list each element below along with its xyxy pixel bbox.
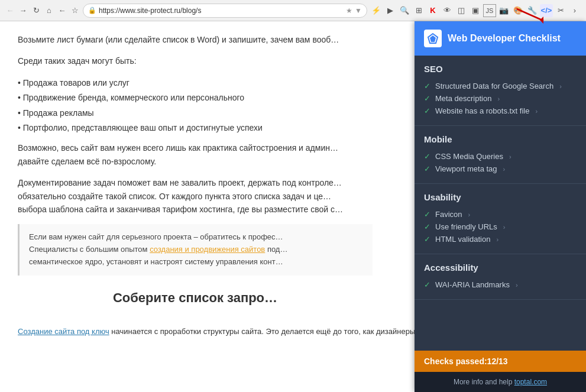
arrow-icon-robots: › [535, 108, 538, 115]
checks-passed: Checks passed:12/13 [424, 357, 508, 366]
arrow-icon-structured-data: › [559, 83, 562, 90]
check-icon-wai: ✓ [424, 280, 430, 289]
footer-info-text: More info and help [454, 378, 514, 386]
star-icon: ★ [346, 7, 352, 15]
panel-logo [424, 30, 442, 47]
svg-marker-3 [430, 35, 436, 42]
arrow-icon-css-media: › [509, 153, 511, 160]
panel-title: Web Developer Checklist [448, 33, 561, 44]
url-text: https://www.site-protect.ru/blog/s [99, 7, 201, 15]
section-usability: Usability ✓ Favicon › ✓ Use friendly URL… [415, 184, 586, 254]
panel-header: Web Developer Checklist [415, 21, 586, 56]
back-button2[interactable]: ← [57, 5, 67, 16]
section-heading: Соберите список запро… [18, 287, 373, 308]
check-icon-css-media: ✓ [424, 152, 430, 161]
check-label-wai: WAI-ARIA Landmarks [435, 280, 510, 289]
check-label-favicon: Favicon [435, 210, 462, 219]
list-item-4: • Портфолио, представляющее ваш опыт и д… [18, 121, 373, 134]
forward-button[interactable]: → [18, 5, 28, 16]
section-mobile: Mobile ✓ CSS Media Queries › ✓ Viewport … [415, 126, 586, 184]
check-label-robots: Website has a robots.txt file [435, 106, 529, 115]
check-html-validation[interactable]: ✓ HTML validation › [424, 233, 577, 245]
check-robots[interactable]: ✓ Website has a robots.txt file › [424, 105, 577, 117]
arrow-icon-meta: › [497, 95, 500, 102]
check-icon-favicon: ✓ [424, 210, 430, 219]
list-item-3: • Продажа рекламы [18, 106, 373, 119]
check-icon-html: ✓ [424, 235, 430, 244]
check-icon-robots: ✓ [424, 106, 430, 115]
arrow-icon-wai: › [516, 281, 518, 289]
arrow-icon-viewport: › [503, 166, 506, 173]
image-icon[interactable]: 📷 [497, 4, 510, 17]
addon-icon2[interactable]: ◫ [455, 4, 468, 17]
js-icon[interactable]: JS [483, 4, 496, 17]
address-bar[interactable]: 🔒 https://www.site-protect.ru/blog/s ★ ▼ [83, 4, 367, 18]
arrow-icon-favicon: › [468, 211, 471, 218]
list-item-1: • Продажа товаров или услуг [18, 76, 373, 89]
section-accessibility-title: Accessibility [424, 263, 577, 273]
list-items: • Продажа товаров или услуг • Продвижени… [18, 76, 373, 135]
footer-bar: Checks passed:12/13 [415, 351, 586, 372]
highlight-block: Если вам нужен сайт для серьезного проек… [18, 224, 373, 275]
bottom-text: начинается с проработки структуры сайта.… [111, 327, 441, 336]
check-icon-structured-data: ✓ [424, 82, 430, 90]
back-button[interactable]: ← [5, 5, 15, 16]
browser-chrome: ← → ↻ ⌂ ← ☆ 🔒 https://www.site-protect.r… [0, 0, 586, 21]
check-favicon[interactable]: ✓ Favicon › [424, 208, 577, 221]
section-mobile-title: Mobile [424, 134, 577, 144]
highlight-link[interactable]: создания и продвижения сайтов [150, 245, 265, 254]
paragraph-maybe: Возможно, весь сайт вам нужен всего лишь… [18, 141, 373, 168]
arrow-icon-html: › [496, 236, 498, 243]
lock-icon: 🔒 [88, 7, 96, 14]
addon-icon1[interactable]: 👁 [441, 4, 454, 17]
rss-icon[interactable]: ⚡ [370, 4, 383, 17]
check-icon-meta: ✓ [424, 94, 430, 103]
list-item-2: • Продвижение бренда, коммерческого или … [18, 91, 373, 104]
check-css-media[interactable]: ✓ CSS Media Queries › [424, 150, 577, 163]
more-icon[interactable]: › [568, 4, 581, 17]
k-icon[interactable]: K [426, 4, 439, 17]
check-meta-description[interactable]: ✓ Meta description › [424, 92, 577, 105]
check-label-html: HTML validation [435, 235, 490, 244]
monitor-icon[interactable]: ▣ [469, 4, 482, 17]
check-icon-urls: ✓ [424, 222, 430, 231]
grid-icon[interactable]: ⊞ [412, 4, 425, 17]
section-usability-title: Usability [424, 192, 577, 202]
check-wai-aria[interactable]: ✓ WAI-ARIA Landmarks › [424, 278, 577, 291]
plugin-panel: Web Developer Checklist SEO ✓ Structured… [415, 21, 586, 392]
main-area: Возьмите лист бумаги (или сделайте списо… [0, 21, 586, 392]
footer-info: More info and help toptal.com [415, 372, 586, 392]
svg-marker-1 [540, 17, 543, 24]
paragraph-doc: Документирование задач поможет вам не за… [18, 176, 373, 216]
check-label-css-media: CSS Media Queries [435, 152, 503, 161]
bottom-link[interactable]: Создание сайта под ключ [18, 327, 109, 336]
cut-icon[interactable]: ✂ [554, 4, 567, 17]
footer-link[interactable]: toptal.com [514, 378, 547, 386]
check-label-meta: Meta description [435, 94, 491, 103]
toolbar-icons: ⚡ ▶ 🔍 ⊞ K 👁 ◫ ▣ JS 📷 🎨 🔧 </> ✂ › [370, 4, 581, 17]
section-seo-title: SEO [424, 64, 577, 74]
reload-button[interactable]: ↻ [31, 5, 41, 16]
check-label-viewport: Viewport meta tag [435, 164, 497, 173]
panel-sections: SEO ✓ Structured Data for Google Search … [415, 56, 586, 351]
check-viewport[interactable]: ✓ Viewport meta tag › [424, 163, 577, 175]
check-label-urls: Use friendly URLs [435, 222, 497, 231]
search-icon[interactable]: 🔍 [398, 4, 411, 17]
paragraph-tasks: Среди таких задач могут быть: [18, 54, 373, 67]
arrow-icon-urls: › [503, 223, 506, 231]
svg-line-0 [517, 9, 543, 21]
bookmark-button[interactable]: ☆ [70, 5, 80, 16]
dropdown-icon: ▼ [355, 7, 362, 15]
page-content: Возьмите лист бумаги (или сделайте списо… [0, 21, 390, 320]
check-friendly-urls[interactable]: ✓ Use friendly URLs › [424, 221, 577, 233]
paragraph-intro: Возьмите лист бумаги (или сделайте списо… [18, 33, 373, 46]
section-seo: SEO ✓ Structured Data for Google Search … [415, 56, 586, 126]
arrow-indicator [514, 6, 549, 25]
check-icon-viewport: ✓ [424, 164, 430, 173]
check-structured-data[interactable]: ✓ Structured Data for Google Search › [424, 80, 577, 92]
check-label-structured-data: Structured Data for Google Search [435, 82, 553, 90]
play-icon[interactable]: ▶ [384, 4, 397, 17]
section-accessibility: Accessibility ✓ WAI-ARIA Landmarks › [415, 254, 586, 300]
home-button[interactable]: ⌂ [44, 5, 54, 16]
